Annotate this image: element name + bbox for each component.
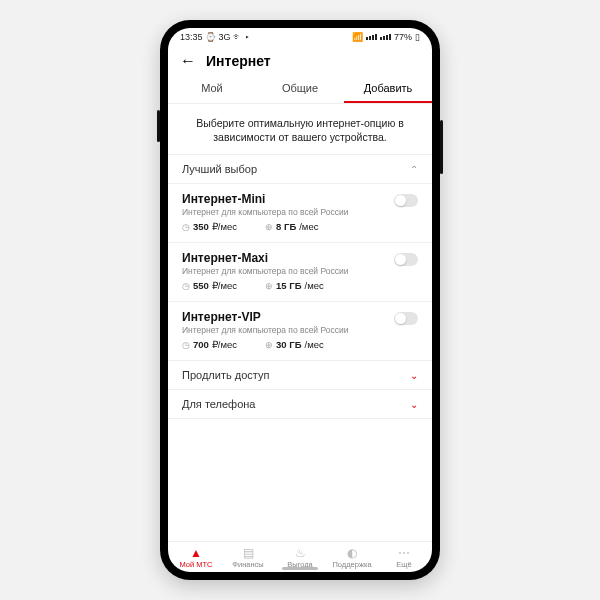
- nav-more[interactable]: ⋯ Ещё: [378, 547, 430, 569]
- section-phone[interactable]: Для телефона ⌄: [168, 389, 432, 419]
- plan-maxi[interactable]: Интернет-Maxi Интернет для компьютера по…: [168, 242, 432, 301]
- plan-data: ⊕ 8 ГБ /мес: [265, 221, 318, 232]
- price-unit: ₽/мес: [212, 280, 237, 291]
- fire-icon: ♨: [274, 547, 326, 559]
- globe-icon: ⊕: [265, 281, 273, 291]
- home-indicator[interactable]: [282, 567, 318, 570]
- content: Выберите оптимальную интернет-опцию в за…: [168, 104, 432, 541]
- chevron-down-icon: ⌄: [410, 399, 418, 410]
- page-title: Интернет: [206, 53, 271, 69]
- price-unit: ₽/мес: [212, 221, 237, 232]
- status-chat-icon: ⌚ 3G ᯤ ▸: [205, 32, 250, 42]
- tab-my[interactable]: Мой: [168, 74, 256, 103]
- plan-title: Интернет-Maxi: [182, 251, 418, 265]
- plan-data: ⊕ 15 ГБ /мес: [265, 280, 324, 291]
- tabs: Мой Общие Добавить: [168, 74, 432, 104]
- battery-text: 77%: [394, 32, 412, 42]
- nav-label: Финансы: [222, 560, 274, 569]
- section-label: Для телефона: [182, 398, 255, 410]
- price-value: 700: [193, 339, 209, 350]
- nav-label: Мой МТС: [170, 560, 222, 569]
- nav-label: Поддержка: [326, 560, 378, 569]
- data-unit: /мес: [305, 339, 324, 350]
- status-time: 13:35: [180, 32, 203, 42]
- plan-toggle[interactable]: [394, 253, 418, 266]
- plan-metrics: ◷ 700 ₽/мес ⊕ 30 ГБ /мес: [182, 339, 418, 350]
- plan-toggle[interactable]: [394, 312, 418, 325]
- nav-benefit[interactable]: ♨ Выгода: [274, 547, 326, 569]
- data-value: 30 ГБ: [276, 339, 301, 350]
- app-header: ← Интернет: [168, 46, 432, 74]
- status-bar: 13:35 ⌚ 3G ᯤ ▸ 📶 77% ▯: [168, 28, 432, 46]
- plan-metrics: ◷ 550 ₽/мес ⊕ 15 ГБ /мес: [182, 280, 418, 291]
- plan-metrics: ◷ 350 ₽/мес ⊕ 8 ГБ /мес: [182, 221, 418, 232]
- plan-mini[interactable]: Интернет-Mini Интернет для компьютера по…: [168, 183, 432, 242]
- tab-shared[interactable]: Общие: [256, 74, 344, 103]
- volte-icon: 📶: [352, 32, 363, 42]
- section-best-choice[interactable]: Лучший выбор ⌃: [168, 154, 432, 183]
- plan-subtitle: Интернет для компьютера по всей России: [182, 266, 418, 276]
- data-value: 8 ГБ: [276, 221, 296, 232]
- price-value: 350: [193, 221, 209, 232]
- headset-icon: ◐: [326, 547, 378, 559]
- ruble-icon: ◷: [182, 222, 190, 232]
- globe-icon: ⊕: [265, 222, 273, 232]
- tab-add[interactable]: Добавить: [344, 74, 432, 103]
- data-unit: /мес: [299, 221, 318, 232]
- plan-toggle[interactable]: [394, 194, 418, 207]
- price-value: 550: [193, 280, 209, 291]
- back-arrow-icon[interactable]: ←: [180, 52, 196, 70]
- status-left: 13:35 ⌚ 3G ᯤ ▸: [180, 32, 250, 42]
- plan-price: ◷ 550 ₽/мес: [182, 280, 237, 291]
- nav-finance[interactable]: ▤ Финансы: [222, 547, 274, 569]
- plan-subtitle: Интернет для компьютера по всей России: [182, 325, 418, 335]
- plan-price: ◷ 700 ₽/мес: [182, 339, 237, 350]
- battery-icon: ▯: [415, 32, 420, 42]
- ruble-icon: ◷: [182, 340, 190, 350]
- nav-support[interactable]: ◐ Поддержка: [326, 547, 378, 569]
- section-label: Лучший выбор: [182, 163, 257, 175]
- nav-my-mts[interactable]: ▲ Мой МТС: [170, 547, 222, 569]
- section-label: Продлить доступ: [182, 369, 269, 381]
- intro-text: Выберите оптимальную интернет-опцию в за…: [168, 104, 432, 154]
- signal-icon-2: [380, 34, 391, 40]
- price-unit: ₽/мес: [212, 339, 237, 350]
- ruble-icon: ◷: [182, 281, 190, 291]
- section-extend[interactable]: Продлить доступ ⌄: [168, 360, 432, 389]
- phone-frame: 13:35 ⌚ 3G ᯤ ▸ 📶 77% ▯ ← Интернет Мой Об…: [160, 20, 440, 580]
- plan-data: ⊕ 30 ГБ /мес: [265, 339, 324, 350]
- phone-button-right: [440, 120, 443, 174]
- plan-subtitle: Интернет для компьютера по всей России: [182, 207, 418, 217]
- globe-icon: ⊕: [265, 340, 273, 350]
- status-right: 📶 77% ▯: [352, 32, 420, 42]
- data-unit: /мес: [305, 280, 324, 291]
- data-value: 15 ГБ: [276, 280, 301, 291]
- plan-title: Интернет-Mini: [182, 192, 418, 206]
- person-icon: ▲: [170, 547, 222, 559]
- chevron-down-icon: ⌄: [410, 370, 418, 381]
- signal-icon: [366, 34, 377, 40]
- chevron-up-icon: ⌃: [410, 164, 418, 175]
- plan-vip[interactable]: Интернет-VIP Интернет для компьютера по …: [168, 301, 432, 360]
- screen: 13:35 ⌚ 3G ᯤ ▸ 📶 77% ▯ ← Интернет Мой Об…: [168, 28, 432, 572]
- phone-button-left: [157, 110, 160, 142]
- more-icon: ⋯: [378, 547, 430, 559]
- card-icon: ▤: [222, 547, 274, 559]
- plan-price: ◷ 350 ₽/мес: [182, 221, 237, 232]
- plan-title: Интернет-VIP: [182, 310, 418, 324]
- nav-label: Ещё: [378, 560, 430, 569]
